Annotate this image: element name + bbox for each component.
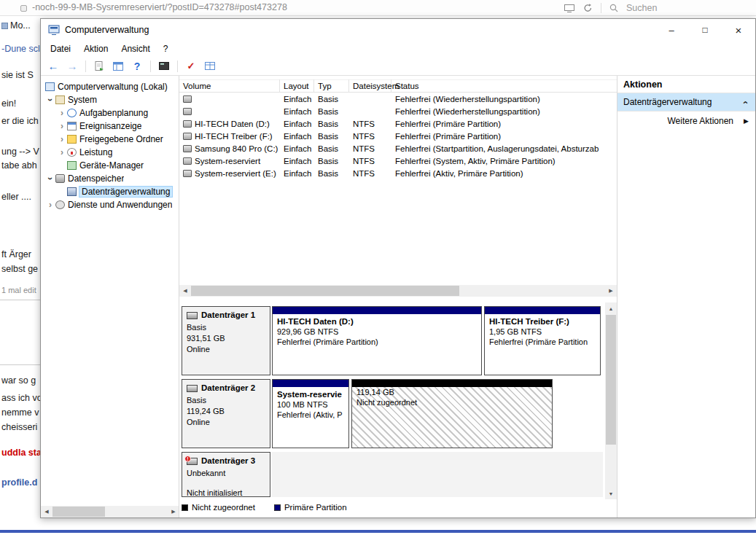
volume-horizontal-scrollbar[interactable]: ◀ ▶ [179,285,617,297]
tree-item-datenspeicher[interactable]: › Datenspeicher [41,172,179,185]
column-header-typ[interactable]: Typ [314,79,349,93]
disk-info-box[interactable]: Datenträger 2 Basis 119,24 GB Online [182,379,270,448]
legend-label: Primäre Partition [284,503,347,512]
page-text-fragment: ein! [1,98,41,109]
browser-address-bar[interactable]: -noch-99-9-MB-Sysremreserviert/?postID=4… [0,0,756,16]
legend-label: Nicht zugeordnet [192,503,255,512]
disk-vertical-scrollbar[interactable]: ▲ ▼ [605,302,617,499]
scroll-down-arrow-icon[interactable]: ▼ [605,488,617,499]
chevron-down-icon[interactable]: › [45,95,55,105]
tree-item-system[interactable]: › System [41,93,179,106]
scroll-left-arrow-icon[interactable]: ◀ [179,285,191,297]
export-list-button[interactable] [91,58,107,74]
main-area: Computerverwaltung (Lokal) › System › Au… [41,76,755,518]
minimize-button[interactable]: – [655,19,688,41]
titlebar[interactable]: Computerverwaltung – □ × [41,19,755,41]
browser-url[interactable]: -noch-99-9-MB-Sysremreserviert/?postID=4… [32,2,287,12]
chevron-right-icon[interactable]: › [57,108,67,118]
table-row[interactable]: HI-TECH Daten (D:) Einfach Basis NTFS Fe… [179,117,617,130]
tree-item-dienste-und-anwendungen[interactable]: › Dienste und Anwendungen [41,198,179,211]
scroll-right-arrow-icon[interactable]: ▶ [605,285,617,297]
menu-datei[interactable]: Datei [44,42,77,56]
table-row[interactable]: Einfach Basis Fehlerfrei (Wiederherstell… [179,93,617,105]
help-button[interactable]: ? [129,58,145,74]
tree-item-label: Dienste und Anwendungen [68,200,172,210]
table-row[interactable]: System-reserviert Einfach Basis NTFS Feh… [179,155,617,167]
scrollbar-thumb[interactable] [606,315,616,445]
chevron-right-icon[interactable]: ▶ [744,117,749,125]
chevron-right-icon[interactable]: › [57,134,67,144]
toolbar: ← → ? ✓ [41,57,755,76]
disk-graphic-pane: Datenträger 1 Basis 931,51 GB Online HI-… [179,302,617,518]
page-link-fragment[interactable]: -Dune scl [1,44,41,54]
tree-item-freigegebene-ordner[interactable]: › Freigegebene Ordner [41,133,179,146]
partition-system-reserviert[interactable]: System-reservie 100 MB NTFS Fehlerfrei (… [272,379,349,448]
table-row[interactable]: System-reserviert (E:) Einfach Basis NTF… [179,167,617,179]
page-link-fragment[interactable]: profile.d [1,477,41,488]
disk-info-box[interactable]: !Datenträger 3 Unbekannt Nicht initialis… [182,452,270,497]
table-row[interactable]: HI-TECH Treiber (F:) Einfach Basis NTFS … [179,130,617,142]
scroll-up-arrow-icon[interactable]: ▲ [605,302,617,314]
maximize-button[interactable]: □ [688,19,722,41]
device-manager-icon [67,161,77,170]
volume-icon [183,120,192,128]
tree-item-aufgabenplanung[interactable]: › Aufgabenplanung [41,106,179,120]
partition-hitech-treiber[interactable]: HI-TECH Treiber (F:) 1,95 GB NTFS Fehler… [484,306,601,375]
page-text-fragment: cheisseri [1,422,41,432]
page-text-fragment: selbst ge [1,264,41,274]
partition-unallocated[interactable]: 119,14 GB Nicht zugeordnet [351,379,553,448]
actions-item-weitere-aktionen[interactable]: Weitere Aktionen ▶ [617,112,755,130]
scrollbar-thumb[interactable] [52,507,105,517]
tree-item-ereignisanzeige[interactable]: › Ereignisanzeige [41,120,179,133]
tree-item-leistung[interactable]: › Leistung [41,146,179,159]
partition-hitech-daten[interactable]: HI-TECH Daten (D:) 929,96 GB NTFS Fehler… [272,306,482,375]
scrollbar-thumb[interactable] [191,286,459,296]
computer-management-icon [48,24,60,36]
screen-share-icon[interactable] [564,3,575,13]
help-icon: ? [134,60,141,72]
window-panel-icon [112,61,124,71]
actions-item-label: Weitere Aktionen [668,116,734,126]
scroll-left-arrow-icon[interactable]: ◀ [41,506,52,518]
chevron-right-icon[interactable]: › [45,200,55,210]
refresh-icon[interactable] [582,3,593,13]
volume-icon [183,108,192,115]
volume-icon [183,157,192,165]
console-tree-button[interactable] [110,58,126,74]
scroll-right-arrow-icon[interactable]: ▶ [168,506,179,518]
chevron-right-icon[interactable]: › [57,121,67,131]
table-row[interactable]: Samsung 840 Pro (C:) Einfach Basis NTFS … [179,142,617,155]
tree-item-datentraegerverwaltung[interactable]: Datenträgerverwaltung [41,185,179,198]
volume-icon [183,145,192,152]
forward-button[interactable]: → [64,58,80,74]
rescan-button[interactable]: ✓ [183,58,199,74]
menu-ansicht[interactable]: Ansicht [114,42,156,56]
disk-row: Datenträger 2 Basis 119,24 GB Online Sys… [182,379,603,448]
page-text-fragment: Mo... [1,20,41,31]
tree-item-label: Geräte-Manager [79,160,144,171]
chevron-down-icon[interactable]: › [45,173,55,184]
table-row[interactable]: Einfach Basis Fehlerfrei (Wiederherstell… [179,105,617,117]
tree-horizontal-scrollbar[interactable]: ◀ ▶ [41,506,179,518]
divider [177,60,178,72]
column-header-dateisystem[interactable]: Dateisystem [349,79,391,93]
column-header-status[interactable]: Status [391,79,617,93]
menu-aktion[interactable]: Aktion [77,42,114,56]
chevron-up-icon[interactable]: › [739,97,750,107]
back-button[interactable]: ← [45,58,61,74]
browser-search-input[interactable]: Suchen [626,3,750,13]
close-button[interactable]: × [722,19,755,41]
disk-info-box[interactable]: Datenträger 1 Basis 931,51 GB Online [182,306,270,375]
performance-icon [67,148,77,157]
view-grid-button[interactable] [202,58,218,74]
console-window-button[interactable] [156,58,172,74]
search-icon [609,3,619,13]
column-header-layout[interactable]: Layout [280,79,314,93]
tree-item-label: Leistung [79,147,112,157]
column-header-volume[interactable]: Volume [179,79,280,93]
tree-item-geraete-manager[interactable]: Geräte-Manager [41,159,179,172]
tree-item-computerverwaltung[interactable]: Computerverwaltung (Lokal) [41,80,179,93]
chevron-right-icon[interactable]: › [57,147,67,157]
menu-hilfe[interactable]: ? [157,42,175,56]
actions-item-datentraegerverwaltung[interactable]: Datenträgerverwaltung › [617,93,755,112]
